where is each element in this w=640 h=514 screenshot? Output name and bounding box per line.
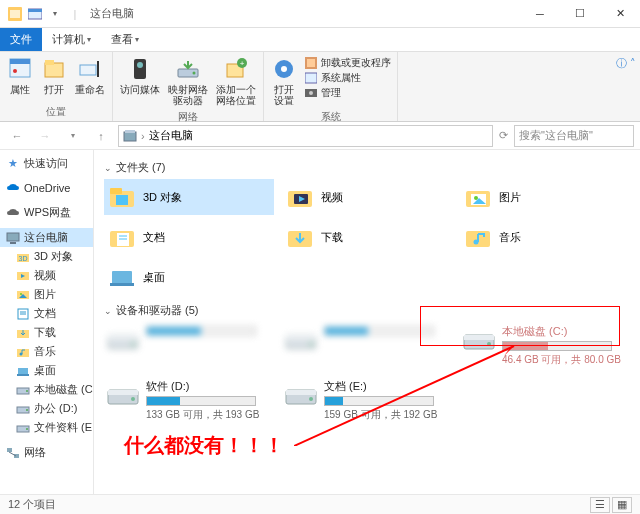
sidebar-network[interactable]: 网络	[0, 443, 93, 462]
svg-rect-9	[80, 65, 96, 75]
group-location-label: 位置	[4, 103, 108, 121]
sidebar-item[interactable]: 图片	[0, 285, 93, 304]
sidebar-item[interactable]: 文档	[0, 304, 93, 323]
maximize-button[interactable]: ☐	[560, 0, 600, 28]
minimize-button[interactable]: ─	[520, 0, 560, 28]
sidebar-item[interactable]: 音乐	[0, 342, 93, 361]
svg-rect-25	[124, 132, 136, 141]
qat-sep: |	[66, 5, 84, 23]
svg-rect-22	[305, 73, 317, 83]
folder-item[interactable]: 桌面	[104, 259, 274, 295]
search-input[interactable]: 搜索"这台电脑"	[514, 125, 634, 147]
sidebar-onedrive[interactable]: OneDrive	[0, 179, 93, 197]
svg-point-47	[26, 409, 28, 411]
qat-properties-icon[interactable]	[26, 5, 44, 23]
map-drive-button[interactable]: 映射网络 驱动器	[165, 54, 211, 108]
ribbon: 属性 打开 重命名 位置 访问媒体 映射网络 驱动器 +添加一个 网络位置 网络…	[0, 52, 640, 122]
drive-item[interactable]: 软件 (D:)133 GB 可用，共 193 GB	[104, 377, 274, 424]
folder-icon	[463, 182, 493, 212]
sidebar-item[interactable]: 办公 (D:)	[0, 399, 93, 418]
folder-item[interactable]: 3D 对象	[104, 179, 274, 215]
folder-item[interactable]: 视频	[282, 179, 452, 215]
drive-icon	[106, 379, 140, 407]
drive-icon	[284, 324, 318, 352]
tab-file[interactable]: 文件	[0, 28, 42, 51]
svg-rect-27	[7, 233, 19, 241]
annotation-text: 什么都没有！！！	[124, 432, 284, 459]
folders-header[interactable]: ⌄文件夹 (7)	[104, 160, 630, 175]
sidebar-item[interactable]: 3D3D 对象	[0, 247, 93, 266]
sidebar-this-pc[interactable]: 这台电脑	[0, 228, 93, 247]
svg-rect-3	[28, 9, 42, 12]
svg-rect-82	[108, 390, 138, 395]
svg-point-80	[487, 342, 491, 346]
add-network-location-button[interactable]: +添加一个 网络位置	[213, 54, 259, 108]
sidebar-quick-access[interactable]: ★快速访问	[0, 154, 93, 173]
svg-rect-42	[18, 368, 28, 375]
manage-button[interactable]: 管理	[304, 86, 391, 100]
svg-rect-28	[10, 242, 16, 244]
svg-point-41	[20, 352, 23, 355]
folder-item[interactable]: 文档	[104, 219, 274, 255]
tab-computer[interactable]: 计算机▾	[42, 28, 101, 51]
folder-icon	[285, 222, 315, 252]
uninstall-button[interactable]: 卸载或更改程序	[304, 56, 391, 70]
svg-point-86	[309, 397, 313, 401]
svg-rect-70	[112, 271, 132, 284]
app-icon	[6, 5, 24, 23]
properties-button[interactable]: 属性	[4, 54, 36, 103]
group-network-label: 网络	[117, 108, 259, 126]
drive-icon	[106, 324, 140, 352]
close-button[interactable]: ✕	[600, 0, 640, 28]
svg-point-14	[193, 72, 196, 75]
folder-item[interactable]: 音乐	[460, 219, 630, 255]
sidebar-item[interactable]: 视频	[0, 266, 93, 285]
drive-item[interactable]	[282, 322, 452, 369]
drives-header[interactable]: ⌄设备和驱动器 (5)	[104, 303, 630, 318]
svg-point-61	[474, 196, 478, 200]
svg-point-34	[20, 293, 22, 295]
svg-rect-26	[125, 130, 135, 133]
sidebar-item[interactable]: 下载	[0, 323, 93, 342]
sidebar-wps[interactable]: WPS网盘	[0, 203, 93, 222]
back-button[interactable]: ←	[6, 125, 28, 147]
drive-item[interactable]: 文档 (E:)159 GB 可用，共 192 GB	[282, 377, 452, 424]
svg-point-19	[281, 66, 287, 72]
svg-point-45	[26, 390, 28, 392]
folder-icon	[285, 182, 315, 212]
tab-view[interactable]: 查看▾	[101, 28, 149, 51]
drive-icon	[284, 379, 318, 407]
open-button[interactable]: 打开	[38, 54, 70, 103]
item-count: 12 个项目	[8, 497, 56, 512]
open-settings-button[interactable]: 打开 设置	[268, 54, 300, 108]
folder-item[interactable]: 图片	[460, 179, 630, 215]
recent-locations-button[interactable]: ▾	[62, 125, 84, 147]
svg-point-12	[137, 62, 143, 68]
folder-icon	[107, 222, 137, 252]
svg-point-6	[13, 69, 17, 73]
rename-button[interactable]: 重命名	[72, 54, 108, 103]
drive-item[interactable]: 本地磁盘 (C:)46.4 GB 可用，共 80.0 GB	[460, 322, 630, 369]
sidebar-item[interactable]: 桌面	[0, 361, 93, 380]
icons-view-button[interactable]: ▦	[612, 497, 632, 513]
system-properties-button[interactable]: 系统属性	[304, 71, 391, 85]
access-media-button[interactable]: 访问媒体	[117, 54, 163, 108]
ribbon-collapse-icon[interactable]: ⓘ ˄	[612, 52, 640, 121]
forward-button[interactable]: →	[34, 125, 56, 147]
window-title: 这台电脑	[90, 6, 134, 21]
address-bar: ← → ▾ ↑ › 这台电脑 ⟳ 搜索"这台电脑"	[0, 122, 640, 150]
qat-dropdown-icon[interactable]: ▾	[46, 5, 64, 23]
drive-item[interactable]	[104, 322, 274, 369]
folder-item[interactable]: 下载	[282, 219, 452, 255]
up-button[interactable]: ↑	[90, 125, 112, 147]
sidebar-item[interactable]: 文件资料 (E:)	[0, 418, 93, 437]
address-path[interactable]: › 这台电脑	[118, 125, 493, 147]
svg-point-77	[309, 342, 313, 346]
details-view-button[interactable]: ☰	[590, 497, 610, 513]
group-system-label: 系统	[268, 108, 393, 126]
svg-rect-7	[45, 63, 63, 77]
status-bar: 12 个项目 ☰ ▦	[0, 494, 640, 514]
svg-point-69	[474, 240, 479, 245]
sidebar-item[interactable]: 本地磁盘 (C:)	[0, 380, 93, 399]
refresh-button[interactable]: ⟳	[499, 129, 508, 142]
